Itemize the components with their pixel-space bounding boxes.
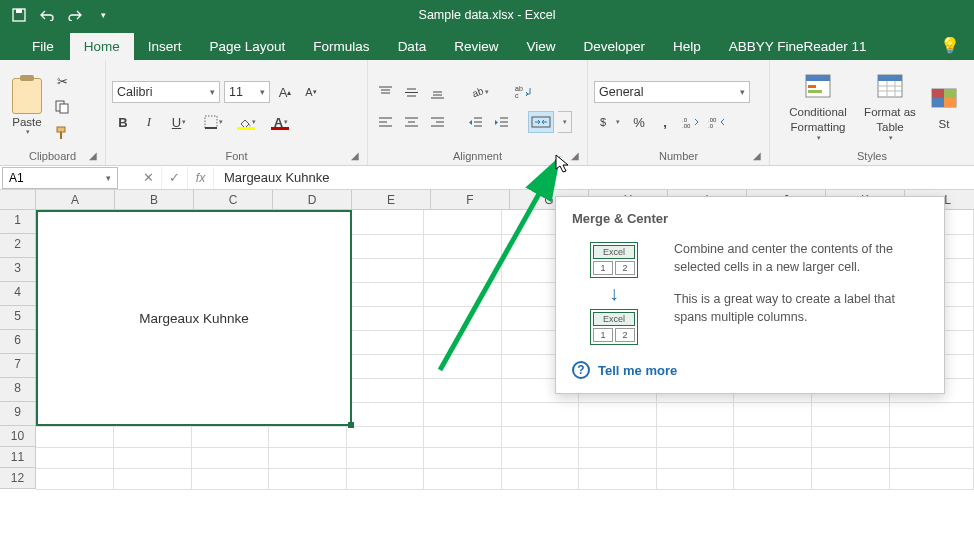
column-header[interactable]: B <box>115 190 194 210</box>
number-launcher-icon[interactable]: ◢ <box>753 150 765 162</box>
cell[interactable] <box>501 468 579 489</box>
row-header[interactable]: 3 <box>0 258 36 282</box>
cell[interactable] <box>346 306 424 330</box>
cell[interactable] <box>811 447 889 468</box>
tab-home[interactable]: Home <box>70 33 134 60</box>
cell[interactable] <box>114 468 192 489</box>
italic-button[interactable]: I <box>138 111 160 133</box>
paste-button[interactable]: Paste ▾ <box>6 69 48 145</box>
alignment-launcher-icon[interactable]: ◢ <box>571 150 583 162</box>
row-header[interactable]: 12 <box>0 468 36 489</box>
clipboard-launcher-icon[interactable]: ◢ <box>89 150 101 162</box>
cell[interactable] <box>269 426 347 447</box>
tell-me-icon[interactable]: 💡 <box>926 36 974 55</box>
cell[interactable] <box>114 447 192 468</box>
align-bottom-icon[interactable] <box>426 81 448 103</box>
cell[interactable] <box>191 447 269 468</box>
row-header[interactable]: 7 <box>0 354 36 378</box>
cell[interactable] <box>579 447 657 468</box>
font-name-combo[interactable]: Calibri▾ <box>112 81 220 103</box>
align-right-icon[interactable] <box>426 111 448 133</box>
cell[interactable] <box>424 426 502 447</box>
column-header[interactable]: E <box>352 190 431 210</box>
format-as-table-button[interactable]: Format as Table ▾ <box>854 69 926 145</box>
tab-formulas[interactable]: Formulas <box>299 33 383 60</box>
cell[interactable] <box>501 426 579 447</box>
row-header[interactable]: 10 <box>0 426 36 447</box>
cell[interactable] <box>811 426 889 447</box>
tab-insert[interactable]: Insert <box>134 33 196 60</box>
align-center-icon[interactable] <box>400 111 422 133</box>
select-all-corner[interactable] <box>0 190 36 210</box>
tab-review[interactable]: Review <box>440 33 512 60</box>
format-painter-icon[interactable] <box>52 123 72 143</box>
decrease-indent-icon[interactable] <box>464 111 486 133</box>
align-middle-icon[interactable] <box>400 81 422 103</box>
formula-input[interactable]: Margeaux Kuhnke <box>214 170 974 185</box>
tab-help[interactable]: Help <box>659 33 715 60</box>
bold-button[interactable]: B <box>112 111 134 133</box>
cell[interactable] <box>424 468 502 489</box>
orientation-button[interactable]: ab▾ <box>464 81 494 103</box>
decrease-font-icon[interactable]: A▾ <box>300 81 322 103</box>
cell[interactable] <box>889 468 974 489</box>
tab-page-layout[interactable]: Page Layout <box>196 33 300 60</box>
accept-formula-icon[interactable]: ✓ <box>162 167 188 189</box>
cell[interactable] <box>811 468 889 489</box>
merged-cell-a1-d9[interactable]: Margeaux Kuhnke <box>36 210 352 426</box>
cell[interactable] <box>346 282 424 306</box>
tab-file[interactable]: File <box>16 33 70 60</box>
name-box[interactable]: A1▾ <box>2 167 118 189</box>
cell[interactable] <box>346 378 424 402</box>
cell[interactable] <box>269 447 347 468</box>
comma-button[interactable]: , <box>654 111 676 133</box>
fill-color-button[interactable]: ▾ <box>232 111 262 133</box>
cell[interactable] <box>889 426 974 447</box>
cell[interactable] <box>191 468 269 489</box>
tab-data[interactable]: Data <box>384 33 441 60</box>
cell[interactable] <box>734 468 812 489</box>
cell[interactable] <box>424 330 502 354</box>
undo-icon[interactable] <box>34 2 60 28</box>
align-top-icon[interactable] <box>374 81 396 103</box>
cell[interactable] <box>889 447 974 468</box>
cell[interactable] <box>346 426 424 447</box>
row-header[interactable]: 2 <box>0 234 36 258</box>
cancel-formula-icon[interactable]: ✕ <box>136 167 162 189</box>
cell[interactable] <box>424 258 502 282</box>
cell[interactable] <box>36 468 114 489</box>
column-header[interactable]: A <box>36 190 115 210</box>
copy-icon[interactable] <box>52 97 72 117</box>
cell[interactable] <box>656 447 734 468</box>
cell[interactable] <box>346 468 424 489</box>
cell[interactable] <box>36 426 114 447</box>
increase-decimal-icon[interactable]: .0.00 <box>680 111 702 133</box>
cell[interactable] <box>346 402 424 426</box>
cell[interactable] <box>424 282 502 306</box>
align-left-icon[interactable] <box>374 111 396 133</box>
fill-handle[interactable] <box>348 422 354 428</box>
cell[interactable] <box>346 258 424 282</box>
accounting-format-button[interactable]: $▾ <box>594 111 624 133</box>
cell[interactable] <box>346 447 424 468</box>
cell[interactable] <box>734 447 812 468</box>
wrap-text-button[interactable]: abc <box>510 81 540 103</box>
tab-abbyy[interactable]: ABBYY FineReader 11 <box>715 33 881 60</box>
save-icon[interactable] <box>6 2 32 28</box>
cell[interactable] <box>424 354 502 378</box>
insert-function-icon[interactable]: fx <box>188 167 214 189</box>
cell[interactable] <box>579 468 657 489</box>
cell[interactable] <box>424 402 502 426</box>
increase-indent-icon[interactable] <box>490 111 512 133</box>
cell[interactable] <box>191 426 269 447</box>
cell[interactable] <box>656 426 734 447</box>
row-header[interactable]: 5 <box>0 306 36 330</box>
cell[interactable] <box>579 402 657 426</box>
qat-customize-icon[interactable]: ▾ <box>90 2 116 28</box>
column-header[interactable]: F <box>431 190 510 210</box>
cell[interactable] <box>424 234 502 258</box>
cell[interactable] <box>579 426 657 447</box>
column-header[interactable]: C <box>194 190 273 210</box>
row-header[interactable]: 4 <box>0 282 36 306</box>
merge-center-dropdown[interactable]: ▾ <box>558 111 572 133</box>
